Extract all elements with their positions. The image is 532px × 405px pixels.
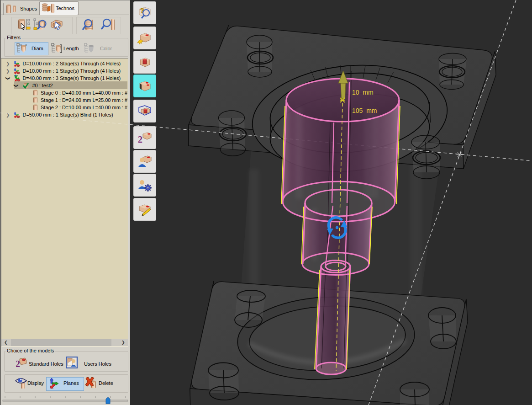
svg-text:2: 2 [16,359,20,368]
svg-text:105 mm: 105 mm [352,107,377,114]
svg-text:2: 2 [138,134,142,144]
svg-text:10 mm: 10 mm [352,89,374,96]
